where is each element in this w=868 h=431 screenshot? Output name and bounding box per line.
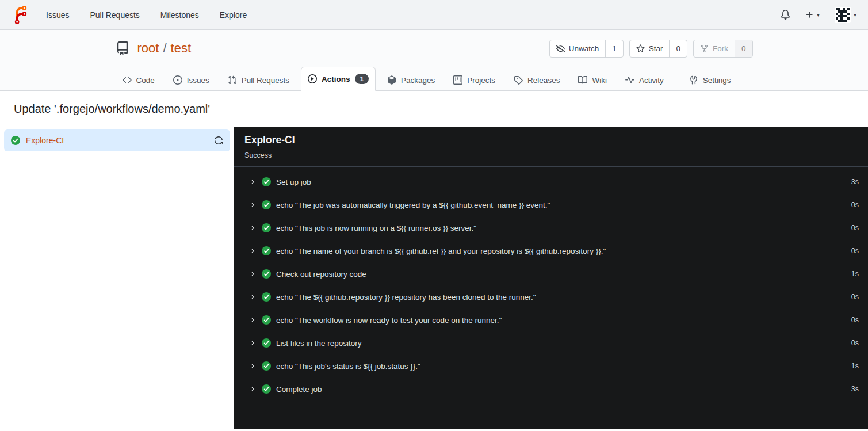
job-item-explore-ci[interactable]: Explore-CI <box>4 129 230 151</box>
tab-projects[interactable]: Projects <box>446 68 502 91</box>
plus-icon <box>805 10 814 19</box>
check-circle-icon <box>262 177 271 186</box>
refresh-icon[interactable] <box>214 136 223 145</box>
step-duration: 3s <box>851 385 859 393</box>
fork-button-group: Fork 0 <box>693 40 753 58</box>
user-menu-dropdown[interactable]: ▾ <box>835 7 856 23</box>
step-duration: 0s <box>851 201 859 209</box>
run-body: Explore-CI Explore-CI Success Set up job… <box>0 127 868 429</box>
step-name: Check out repository code <box>276 270 366 279</box>
check-circle-icon <box>262 315 271 325</box>
forgejo-logo-icon[interactable] <box>12 6 30 24</box>
tab-actions[interactable]: Actions 1 <box>301 67 376 91</box>
step-duration: 3s <box>851 178 859 186</box>
tab-wiki[interactable]: Wiki <box>571 68 614 91</box>
project-icon <box>453 75 462 85</box>
step-duration: 0s <box>851 247 859 255</box>
top-navbar: Issues Pull Requests Milestones Explore … <box>0 0 868 30</box>
repo-name-link[interactable]: test <box>171 41 191 55</box>
step-row[interactable]: echo "The workflow is now ready to test … <box>234 308 868 331</box>
nav-item-issues[interactable]: Issues <box>46 10 69 20</box>
play-circle-icon <box>308 74 317 83</box>
jobs-sidebar: Explore-CI <box>0 127 234 429</box>
nav-item-pull-requests[interactable]: Pull Requests <box>90 10 139 20</box>
step-duration: 0s <box>851 224 859 232</box>
tab-activity[interactable]: Activity <box>618 68 671 91</box>
steps-list: Set up job 3s echo "The job was automati… <box>234 167 868 401</box>
chevron-right-icon <box>249 224 256 231</box>
step-name: echo "This job's status is ${{ job.statu… <box>276 362 420 371</box>
chevron-right-icon <box>249 293 256 300</box>
step-row[interactable]: Complete job 3s <box>234 377 868 401</box>
chevron-right-icon <box>249 340 256 346</box>
star-icon <box>636 44 645 53</box>
repo-owner-link[interactable]: root <box>137 41 159 55</box>
repo-action-buttons: Unwatch 1 Star 0 Fork 0 <box>549 40 753 58</box>
job-status-text: Success <box>244 151 858 159</box>
step-duration: 0s <box>851 293 859 301</box>
notifications-bell-icon[interactable] <box>781 10 790 20</box>
job-log-title: Explore-CI <box>244 134 858 146</box>
tab-releases[interactable]: Releases <box>507 68 567 91</box>
tab-packages[interactable]: Packages <box>380 68 442 91</box>
nav-item-milestones[interactable]: Milestones <box>160 10 199 20</box>
nav-item-explore[interactable]: Explore <box>220 10 247 20</box>
create-new-dropdown[interactable]: ▾ <box>805 10 820 19</box>
step-duration: 0s <box>851 316 859 324</box>
step-row[interactable]: List files in the repository 0s <box>234 331 868 354</box>
step-row[interactable]: Check out repository code 1s <box>234 262 868 285</box>
repo-tabs: Code Issues Pull Requests Actions 1 Pack… <box>110 67 759 91</box>
unwatch-button[interactable]: Unwatch <box>550 40 606 57</box>
step-name: Complete job <box>276 385 322 394</box>
repo-header: root/test Unwatch 1 Star 0 Fork <box>0 30 868 91</box>
breadcrumb-separator: / <box>163 41 166 55</box>
check-circle-icon <box>11 136 20 145</box>
chevron-down-icon: ▾ <box>854 12 856 18</box>
package-icon <box>387 75 396 85</box>
chevron-right-icon <box>249 363 256 369</box>
check-circle-icon <box>262 384 271 394</box>
check-circle-icon <box>262 200 271 209</box>
pulse-icon <box>625 75 634 85</box>
check-circle-icon <box>262 246 271 255</box>
fork-button: Fork <box>694 40 735 57</box>
step-name: echo "The job was automatically triggere… <box>276 201 550 209</box>
tab-code[interactable]: Code <box>116 68 162 91</box>
repository-icon <box>116 41 129 55</box>
avatar <box>835 7 851 23</box>
step-name: echo "This job is now running on a ${{ r… <box>276 224 476 232</box>
pull-request-icon <box>228 75 237 85</box>
chevron-right-icon <box>249 201 256 208</box>
chevron-right-icon <box>249 247 256 254</box>
issue-icon <box>173 75 182 85</box>
chevron-down-icon: ▾ <box>817 12 820 18</box>
watch-count[interactable]: 1 <box>605 40 623 57</box>
job-name: Explore-CI <box>26 136 64 145</box>
fork-count: 0 <box>735 40 752 57</box>
chevron-right-icon <box>249 316 256 323</box>
chevron-right-icon <box>249 270 256 277</box>
tab-settings[interactable]: Settings <box>682 68 738 91</box>
step-row[interactable]: echo "The job was automatically triggere… <box>234 193 868 216</box>
step-row[interactable]: echo "This job is now running on a ${{ r… <box>234 216 868 239</box>
fork-icon <box>700 44 709 53</box>
tab-pull-requests[interactable]: Pull Requests <box>221 68 296 91</box>
check-circle-icon <box>262 269 271 279</box>
check-circle-icon <box>262 292 271 302</box>
check-circle-icon <box>262 338 271 348</box>
chevron-right-icon <box>249 386 256 392</box>
step-name: Set up job <box>276 178 311 186</box>
eye-slash-icon <box>556 44 565 53</box>
step-row[interactable]: echo "The name of your branch is ${{ git… <box>234 239 868 262</box>
step-row[interactable]: Set up job 3s <box>234 170 868 193</box>
check-circle-icon <box>262 361 271 371</box>
tab-issues[interactable]: Issues <box>166 68 216 91</box>
star-button[interactable]: Star <box>630 40 670 57</box>
repo-breadcrumb: root/test <box>137 41 192 56</box>
step-row[interactable]: echo "This job's status is ${{ job.statu… <box>234 354 868 377</box>
step-row[interactable]: echo "The ${{ github.repository }} repos… <box>234 285 868 308</box>
unwatch-button-group: Unwatch 1 <box>549 40 624 58</box>
step-name: echo "The ${{ github.repository }} repos… <box>276 293 536 302</box>
book-icon <box>578 75 587 85</box>
star-count[interactable]: 0 <box>669 40 687 57</box>
